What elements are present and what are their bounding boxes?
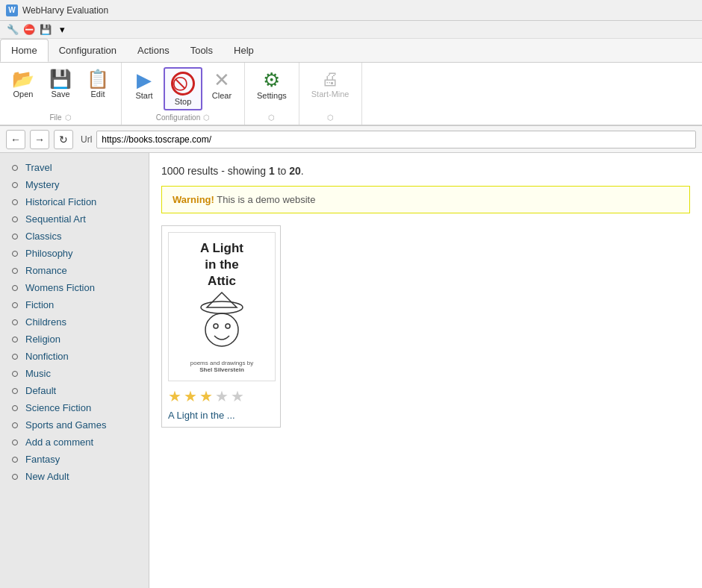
back-button[interactable]: ← (6, 130, 25, 149)
bullet-icon (12, 354, 18, 360)
category-label: Sports and Games (25, 419, 106, 431)
svg-point-3 (214, 324, 218, 328)
edit-button[interactable]: 📋 Edit (81, 67, 115, 101)
category-item[interactable]: New Adult (0, 468, 149, 485)
bullet-icon (12, 405, 18, 411)
category-item[interactable]: Science Fiction (0, 399, 149, 416)
category-item[interactable]: Travel (0, 159, 149, 176)
category-label: Classics (25, 231, 61, 242)
settings-icon: ⚙ (263, 70, 280, 90)
star-empty-icon: ★ (215, 387, 229, 405)
book-cover-illustration (192, 291, 252, 358)
bullet-icon (12, 268, 18, 274)
quick-stop-btn[interactable]: ⛔ (22, 23, 36, 37)
edit-label: Edit (91, 90, 105, 98)
settings-label: Settings (257, 91, 287, 100)
category-item[interactable]: Sports and Games (0, 416, 149, 434)
quick-access-toolbar: 🔧 ⛔ 💾 ▾ (0, 21, 702, 39)
url-input[interactable] (96, 131, 696, 148)
startmine-label: Start-Mine (311, 90, 350, 98)
start-label: Start (135, 91, 152, 100)
bullet-icon (12, 199, 18, 205)
bullet-icon (12, 474, 18, 480)
category-item[interactable]: Romance (0, 262, 149, 279)
category-label: Music (25, 368, 51, 379)
warning-label: Warning! (173, 194, 214, 205)
category-item[interactable]: Historical Fiction (0, 193, 149, 210)
bullet-icon (12, 337, 18, 343)
open-button[interactable]: 📂 Open (6, 67, 40, 101)
book-title[interactable]: A Light in the ... (168, 410, 274, 421)
edit-icon: 📋 (87, 70, 109, 88)
startmine-icon: 🖨 (321, 70, 339, 88)
category-item[interactable]: Childrens (0, 313, 149, 331)
clear-button[interactable]: ✕ Clear (205, 67, 238, 103)
stop-button[interactable]: ⃠ Stop (164, 67, 202, 110)
category-label: Nonfiction (25, 351, 69, 362)
ribbon-file-label: File ⬡ (6, 112, 115, 125)
save-button[interactable]: 💾 Save (43, 67, 78, 101)
star-filled-icon: ★ (168, 387, 181, 405)
star-filled-icon: ★ (184, 387, 197, 405)
ribbon-file-buttons: 📂 Open 💾 Save 📋 Edit (6, 66, 115, 112)
svg-point-4 (226, 324, 230, 328)
category-item[interactable]: Sequential Art (0, 210, 149, 228)
quick-wrench-btn[interactable]: 🔧 (6, 23, 19, 37)
category-item[interactable]: Womens Fiction (0, 279, 149, 296)
category-item[interactable]: Fiction (0, 296, 149, 313)
category-item[interactable]: Nonfiction (0, 348, 149, 365)
save-icon: 💾 (49, 70, 72, 88)
menu-help[interactable]: Help (223, 39, 264, 62)
menu-tools[interactable]: Tools (180, 39, 223, 62)
category-label: Womens Fiction (25, 282, 95, 293)
category-label: Fantasy (25, 454, 60, 465)
category-item[interactable]: Mystery (0, 176, 149, 193)
category-list: TravelMysteryHistorical FictionSequentia… (0, 153, 149, 491)
save-label: Save (51, 90, 69, 98)
address-bar: ← → ↻ Url (0, 126, 702, 153)
bullet-icon (12, 234, 18, 240)
book-cover-inner: A Light in the Attic (169, 233, 275, 381)
refresh-button[interactable]: ↻ (54, 130, 73, 149)
category-label: Historical Fiction (25, 196, 96, 207)
menu-configuration[interactable]: Configuration (49, 39, 127, 62)
category-label: Science Fiction (25, 402, 91, 413)
star-rating: ★★★★★ (168, 387, 274, 405)
category-item[interactable]: Add a comment (0, 434, 149, 451)
category-item[interactable]: Default (0, 382, 149, 399)
book-cover-title: A Light in the Attic (200, 240, 243, 290)
category-item[interactable]: Fantasy (0, 451, 149, 468)
ribbon-group-startmine: 🖨 Start-Mine ⬡ (299, 63, 362, 125)
book-card[interactable]: A Light in the Attic (161, 225, 281, 428)
forward-button[interactable]: → (30, 130, 49, 149)
quick-dropdown-btn[interactable]: ▾ (55, 23, 69, 37)
warning-text: This is a demo website (217, 194, 315, 205)
menu-home[interactable]: Home (0, 39, 49, 62)
category-label: New Adult (25, 471, 69, 482)
category-item[interactable]: Music (0, 365, 149, 382)
category-label: Add a comment (25, 437, 93, 448)
ribbon-startmine-buttons: 🖨 Start-Mine (305, 66, 355, 112)
bullet-icon (12, 388, 18, 394)
right-panel: 1000 results - showing 1 to 20. Warning!… (149, 153, 702, 588)
clear-label: Clear (212, 91, 232, 100)
quick-save-btn[interactable]: 💾 (39, 23, 52, 37)
category-item[interactable]: Philosophy (0, 245, 149, 262)
startmine-button[interactable]: 🖨 Start-Mine (305, 67, 355, 101)
ribbon-settings-label: ⬡ (251, 112, 293, 125)
bullet-icon (12, 457, 18, 463)
start-button[interactable]: ▶ Start (128, 67, 161, 103)
star-filled-icon: ★ (199, 387, 213, 405)
ribbon-group-file: 📂 Open 💾 Save 📋 Edit File ⬡ (0, 63, 122, 125)
menu-actions[interactable]: Actions (127, 39, 180, 62)
book-cover-author-info: poems and drawings by Shel Silverstein (190, 360, 254, 373)
stop-label: Stop (175, 97, 192, 106)
bullet-icon (12, 165, 18, 171)
bullet-icon (12, 182, 18, 188)
ribbon-config-label: Configuration ⬡ (128, 112, 238, 125)
category-item[interactable]: Classics (0, 228, 149, 245)
svg-marker-1 (207, 293, 237, 307)
stop-icon: ⃠ (171, 72, 195, 96)
settings-button[interactable]: ⚙ Settings (251, 67, 293, 103)
category-item[interactable]: Religion (0, 331, 149, 348)
